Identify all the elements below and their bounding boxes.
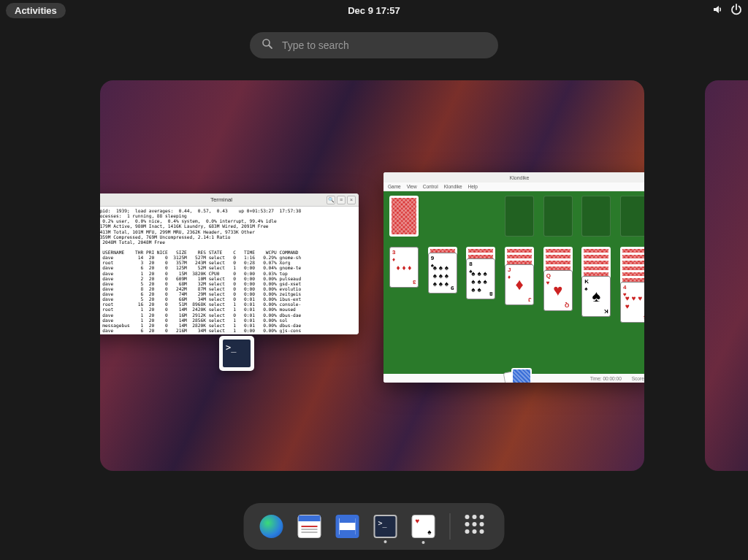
window-preview-terminal[interactable]: ▦ Terminal 🔍 ≡ × last pid: 1939; load av… xyxy=(100,193,359,334)
card-9♠[interactable]: 9♠♠ ♠ ♠ ♠ ♠ ♠ ♠ ♠ ♠9 xyxy=(428,253,457,294)
card-4♥[interactable]: 4♥♥ ♥ ♥ ♥4 xyxy=(620,282,644,323)
dash-separator xyxy=(450,513,451,540)
solitaire-title: Klondike xyxy=(510,175,530,180)
time-label: Time: xyxy=(590,376,602,381)
window-preview-icon-solitaire xyxy=(505,368,533,383)
terminal-title: Terminal xyxy=(210,196,232,203)
overview-search[interactable] xyxy=(250,32,498,58)
activities-button[interactable]: Activities xyxy=(6,3,66,18)
menu-view[interactable]: View xyxy=(407,184,417,189)
card-Q♥[interactable]: Q♥♥Q xyxy=(543,270,573,311)
svg-line-1 xyxy=(269,45,272,48)
card-8♠[interactable]: 8♠♠ ♠ ♠ ♠ ♠ ♠ ♠ ♠8 xyxy=(466,258,495,299)
menu-help[interactable]: Help xyxy=(468,184,478,189)
terminal-titlebar: ▦ Terminal 🔍 ≡ × xyxy=(100,193,359,207)
foundation-slot[interactable] xyxy=(620,196,644,237)
score-label: Score: xyxy=(632,376,644,381)
search-icon[interactable]: 🔍 xyxy=(327,196,335,204)
hamburger-icon[interactable]: ≡ xyxy=(337,196,346,204)
system-tray[interactable] xyxy=(711,4,742,18)
top-panel: Activities Dec 9 17:57 xyxy=(0,0,748,20)
card-back-icon xyxy=(511,368,532,383)
terminal-output: last pid: 1939; load averages: 0.44, 0.5… xyxy=(100,207,359,334)
solitaire-felt[interactable]: 3♦♦ ♦ ♦39♠♠ ♠ ♠ ♠ ♠ ♠ ♠ ♠ ♠98♠♠ ♠ ♠ ♠ ♠ … xyxy=(383,191,644,374)
app-web-browser[interactable] xyxy=(260,515,283,538)
app-text-editor[interactable] xyxy=(336,515,359,538)
window-preview-icon-terminal: >_ xyxy=(219,336,254,371)
search-icon xyxy=(262,38,273,53)
power-icon[interactable] xyxy=(730,4,742,18)
foundation-slot[interactable] xyxy=(581,196,611,237)
running-indicator xyxy=(422,541,425,544)
clock[interactable]: Dec 9 17:57 xyxy=(348,5,400,16)
card-J♦[interactable]: J♦♦J xyxy=(505,264,534,305)
workspace-thumbnail-2[interactable] xyxy=(705,80,748,471)
app-terminal[interactable] xyxy=(374,515,397,538)
dash xyxy=(244,503,505,550)
volume-icon[interactable] xyxy=(711,4,723,18)
running-indicator xyxy=(384,540,387,543)
terminal-prompt-icon: >_ xyxy=(223,340,251,367)
show-applications-button[interactable] xyxy=(465,515,489,538)
card-K♠[interactable]: K♠♠K xyxy=(581,276,611,317)
stock-pile[interactable] xyxy=(389,196,419,237)
close-icon[interactable]: × xyxy=(347,196,356,204)
time-value: 00:00:00 xyxy=(603,376,621,381)
solitaire-titlebar: Klondike × xyxy=(383,172,644,183)
solitaire-menubar[interactable]: GameViewControlKlondikeHelp xyxy=(383,183,644,191)
menu-game[interactable]: Game xyxy=(388,184,401,189)
menu-control[interactable]: Control xyxy=(423,184,438,189)
menu-klondike[interactable]: Klondike xyxy=(444,184,462,189)
search-input[interactable] xyxy=(282,39,486,51)
foundation-slot[interactable] xyxy=(543,196,573,237)
app-solitaire[interactable] xyxy=(412,515,435,538)
app-calendar[interactable] xyxy=(298,515,321,538)
workspace-thumbnail-1[interactable]: ▦ Terminal 🔍 ≡ × last pid: 1939; load av… xyxy=(100,80,644,471)
card-3♦[interactable]: 3♦♦ ♦ ♦3 xyxy=(389,247,419,288)
foundation-slot[interactable] xyxy=(505,196,534,237)
window-preview-solitaire[interactable]: Klondike × GameViewControlKlondikeHelp 3… xyxy=(383,172,644,383)
